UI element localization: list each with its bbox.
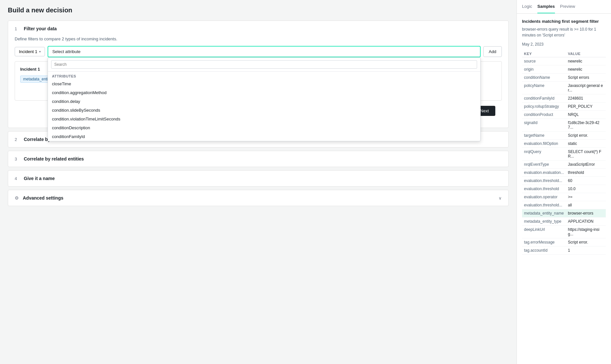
incident-dropdown-label: Incident 1 <box>19 49 37 54</box>
table-row: evaluation.threshold10.0 <box>522 185 606 193</box>
dropdown-item-closeTime[interactable]: closeTime <box>48 79 480 88</box>
table-cell-value: PER_POLICY <box>566 103 606 111</box>
tab-samples[interactable]: Samples <box>537 0 555 13</box>
table-cell-value: static <box>566 140 606 148</box>
table-cell-key: policyName <box>522 82 566 94</box>
table-row: conditionFamilyId2248601 <box>522 94 606 103</box>
dropdown-item-condition-slide[interactable]: condition.slideBySeconds <box>48 106 480 115</box>
chevron-down-icon-advanced: ∨ <box>499 196 502 201</box>
table-cell-key: metadata_entity_type <box>522 217 566 226</box>
table-row: nrqlQuerySELECT count(*) FR... <box>522 148 606 161</box>
table-cell-key: tag.errorMessage <box>522 238 566 246</box>
step-1-description: Define filters to compare 2 types of inc… <box>15 36 502 41</box>
table-cell-key: source <box>522 57 566 65</box>
main-content: Build a new decision 1 Filter your data … <box>0 0 516 364</box>
gear-icon: ⚙ <box>15 195 19 201</box>
table-cell-value: browser-errors <box>566 209 606 217</box>
table-cell-key: evaluation.fillOption <box>522 140 566 148</box>
table-cell-value: 1 <box>566 246 606 255</box>
samples-description: browser-errors query result is >= 10.0 f… <box>522 26 606 38</box>
table-cell-value: APPLICATION <box>566 217 606 226</box>
add-button[interactable]: Add <box>483 46 502 57</box>
tab-preview[interactable]: Preview <box>560 0 575 13</box>
step-4-number: 4 <box>15 176 20 181</box>
table-row: conditionNameScript errors <box>522 74 606 82</box>
table-cell-key: evaluation.threshold... <box>522 177 566 185</box>
table-row: metadata_entity_namebrowser-errors <box>522 209 606 217</box>
table-cell-key: policy.rollupStrategy <box>522 103 566 111</box>
table-cell-value: Javascript general er... <box>566 82 606 94</box>
chevron-down-icon: ▾ <box>39 50 41 53</box>
samples-section-title: Incidents matching first segment filter <box>522 19 606 24</box>
filter-row: Incident 1 ▾ Select attribute ATTRIBUTES… <box>15 46 502 57</box>
table-row: deepLinkUrlhttps://staging-insig... <box>522 226 606 238</box>
table-row: metadata_entity_typeAPPLICATION <box>522 217 606 226</box>
table-cell-value: >= <box>566 193 606 201</box>
table-cell-value: Script error. <box>566 132 606 140</box>
select-attribute-container: Select attribute ATTRIBUTES closeTime co… <box>48 46 480 57</box>
step-3-header[interactable]: 3 Correlate by related entities <box>8 151 508 167</box>
select-attribute-label: Select attribute <box>52 49 80 54</box>
step-1-number: 1 <box>15 26 20 31</box>
table-header-key: KEY <box>522 50 566 57</box>
step-4-card: 4 Give it a name <box>8 170 509 187</box>
dropdown-item-condition-family[interactable]: conditionFamilyId <box>48 132 480 141</box>
table-cell-key: signalId <box>522 119 566 132</box>
table-cell-value: 60 <box>566 177 606 185</box>
step-4-title: Give it a name <box>24 176 55 181</box>
right-panel-tabs: Logic Samples Preview <box>517 0 611 14</box>
right-panel-body: Incidents matching first segment filter … <box>517 14 611 364</box>
attributes-section-label: ATTRIBUTES <box>48 72 480 79</box>
tab-logic[interactable]: Logic <box>522 0 532 13</box>
table-row: policyNameJavascript general er... <box>522 82 606 94</box>
table-cell-key: evaluation.threshold... <box>522 201 566 209</box>
dropdown-search-area <box>48 58 480 72</box>
step-3-card: 3 Correlate by related entities <box>8 151 509 167</box>
table-cell-key: nrqlQuery <box>522 148 566 161</box>
right-panel: Logic Samples Preview Incidents matching… <box>516 0 611 364</box>
table-cell-value: 2248601 <box>566 94 606 103</box>
table-cell-key: tag.accountId <box>522 246 566 255</box>
dropdown-item-condition-violation[interactable]: condition.violationTimeLimitSeconds <box>48 115 480 123</box>
table-row: evaluation.fillOptionstatic <box>522 140 606 148</box>
table-cell-value: NRQL <box>566 111 606 119</box>
table-cell-value: Script error. <box>566 238 606 246</box>
table-cell-value: newrelic <box>566 57 606 65</box>
table-cell-key: conditionName <box>522 74 566 82</box>
dropdown-item-condition-description[interactable]: conditionDescription <box>48 123 480 132</box>
table-row: nrqlEventTypeJavaScriptError <box>522 161 606 169</box>
table-cell-value: JavaScriptError <box>566 161 606 169</box>
table-row: sourcenewrelic <box>522 57 606 65</box>
table-row: tag.accountId1 <box>522 246 606 255</box>
step-4-header[interactable]: 4 Give it a name <box>8 171 508 186</box>
table-cell-key: conditionProduct <box>522 111 566 119</box>
table-cell-key: conditionFamilyId <box>522 94 566 103</box>
table-row: tag.errorMessageScript error. <box>522 238 606 246</box>
table-row: targetNameScript error. <box>522 132 606 140</box>
advanced-settings-card: ⚙ Advanced settings ∨ <box>8 190 509 206</box>
dropdown-item-condition-aggregation[interactable]: condition.aggregationMethod <box>48 88 480 97</box>
table-header-value: VALUE <box>566 50 606 57</box>
table-cell-key: nrqlEventType <box>522 161 566 169</box>
table-cell-key: deepLinkUrl <box>522 226 566 238</box>
table-row: evaluation.operator>= <box>522 193 606 201</box>
attribute-dropdown-panel: ATTRIBUTES closeTime condition.aggregati… <box>48 57 480 141</box>
page-title: Build a new decision <box>8 7 509 14</box>
dropdown-item-condition-delay[interactable]: condition.delay <box>48 97 480 106</box>
table-row: evaluation.threshold...all <box>522 201 606 209</box>
table-cell-value: threshold <box>566 169 606 177</box>
step-1-body: Define filters to compare 2 types of inc… <box>8 36 508 128</box>
select-attribute-button[interactable]: Select attribute <box>48 46 480 57</box>
table-row: evaluation.threshold...60 <box>522 177 606 185</box>
table-row: conditionProductNRQL <box>522 111 606 119</box>
table-cell-key: evaluation.operator <box>522 193 566 201</box>
attribute-search-input[interactable] <box>51 60 477 69</box>
advanced-settings-header[interactable]: ⚙ Advanced settings ∨ <box>8 190 508 206</box>
table-cell-key: targetName <box>522 132 566 140</box>
table-cell-value: all <box>566 201 606 209</box>
step-1-card: 1 Filter your data Define filters to com… <box>8 21 509 128</box>
table-cell-key: origin <box>522 65 566 74</box>
incident-dropdown[interactable]: Incident 1 ▾ <box>15 47 45 56</box>
table-row: policy.rollupStrategyPER_POLICY <box>522 103 606 111</box>
table-cell-key: evaluation.threshold <box>522 185 566 193</box>
